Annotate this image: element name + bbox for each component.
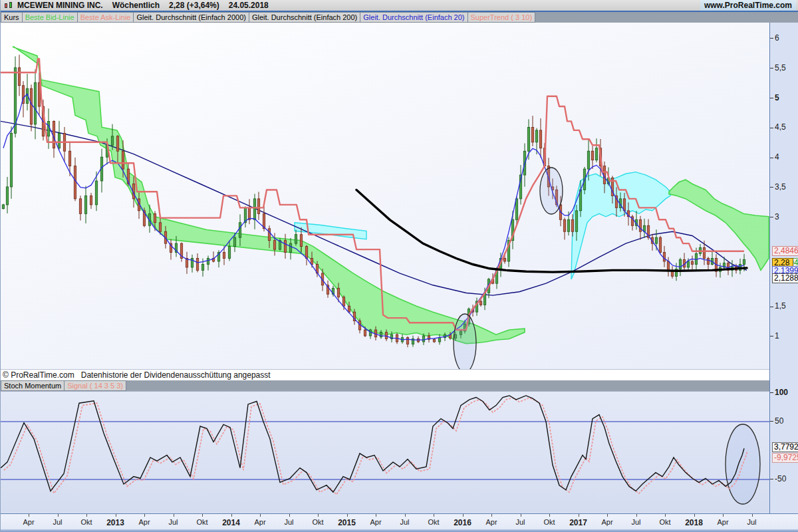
dividend-note: Datenhistorie der Dividendenausschüttung…	[81, 370, 271, 380]
ma200-value-label: 2,1288	[772, 273, 798, 283]
x-label-Jul-5: Jul	[168, 518, 178, 526]
x-tick-10	[318, 514, 319, 517]
x-label-Okt-2: Okt	[80, 518, 92, 526]
annotation-ellipse-1[interactable]	[540, 168, 563, 214]
x-tick-14	[434, 514, 434, 517]
legend-stoch-item-0[interactable]: Stoch Momentum	[1, 380, 65, 391]
x-label-2016-15: 2016	[454, 518, 471, 527]
x-tick-18	[549, 514, 550, 517]
green-cloud-0	[13, 47, 301, 253]
x-label-Apr-8: Apr	[254, 518, 265, 526]
timeframe-label: Wöchentlich	[112, 1, 160, 10]
x-tick-8	[260, 514, 261, 517]
x-tick-1	[58, 514, 59, 517]
supertrend-value-label: 2,4846	[772, 246, 798, 256]
x-tick-11	[347, 514, 348, 517]
x-label-Apr-4: Apr	[138, 518, 150, 526]
window-bottom-edge	[1, 529, 798, 532]
price-tick-5: 5	[770, 93, 779, 102]
stoch-annotation-ellipse[interactable]	[726, 424, 760, 504]
x-label-Jul-25: Jul	[747, 518, 756, 526]
stoch-tick-50: 50	[770, 416, 783, 426]
x-label-Apr-12: Apr	[370, 518, 381, 526]
stoch-value-label: 3,7792	[772, 442, 798, 452]
x-label-Okt-6: Okt	[196, 518, 207, 526]
price-tick-4: 4	[770, 152, 779, 162]
x-tick-5	[174, 514, 174, 517]
candlestick-chart-icon	[4, 1, 13, 10]
legend-main-item-4[interactable]: Gleit. Durchschnitt (Einfach 200)	[249, 12, 360, 23]
annotation-ellipse-0[interactable]	[454, 314, 476, 369]
x-tick-13	[405, 514, 406, 517]
price-tick-4,5: 4,5	[770, 122, 786, 132]
copyright-row: © ProRealTime.com Datenhistorie der Divi…	[1, 369, 769, 380]
x-label-Apr-20: Apr	[601, 518, 612, 526]
x-label-Okt-18: Okt	[543, 518, 555, 526]
last-quote: 2,28 (+3,64%)	[169, 1, 219, 10]
x-label-Apr-16: Apr	[485, 518, 497, 526]
x-tick-21	[636, 514, 637, 517]
x-label-Okt-10: Okt	[312, 518, 323, 526]
x-tick-7	[231, 514, 232, 517]
x-tick-2	[86, 514, 87, 517]
x-label-2013-3: 2013	[106, 518, 124, 527]
x-tick-4	[144, 514, 145, 517]
price-axis[interactable]: 65,554,543,531,5110050-502,48462,28942,2…	[769, 23, 798, 513]
stoch-tick--50: -50	[770, 474, 786, 483]
main-chart-canvas	[1, 23, 769, 369]
time-axis[interactable]: AprJulOkt2013AprJulOkt2014AprJulOkt2015A…	[1, 513, 798, 529]
copyright-source: © ProRealTime.com	[3, 370, 74, 380]
x-label-Jul-13: Jul	[400, 518, 409, 526]
x-label-2014-7: 2014	[222, 518, 240, 527]
x-tick-20	[607, 514, 608, 517]
x-tick-9	[289, 514, 290, 517]
x-label-Apr-0: Apr	[23, 518, 34, 526]
main-chart-plot[interactable]	[1, 23, 769, 369]
signal-value-label: -9,9725	[772, 453, 798, 463]
x-tick-17	[521, 514, 521, 517]
x-tick-12	[376, 514, 376, 517]
x-label-Okt-22: Okt	[659, 518, 670, 526]
x-tick-23	[694, 514, 695, 517]
x-tick-6	[202, 514, 203, 517]
x-tick-3	[116, 514, 116, 517]
stoch-tick-100: 100	[770, 388, 788, 397]
prorealtime-link[interactable]: www.ProRealTime.com	[704, 1, 792, 10]
price-tick-3,5: 3,5	[770, 182, 786, 192]
x-label-Jul-17: Jul	[515, 518, 525, 526]
x-tick-0	[29, 514, 29, 517]
x-tick-19	[579, 514, 579, 517]
x-label-2015-11: 2015	[338, 518, 356, 527]
price-tick-1,5: 1,5	[770, 301, 786, 311]
x-label-Okt-14: Okt	[428, 518, 439, 526]
legend-main-item-1[interactable]: Beste Bid-Linie	[23, 12, 78, 23]
stoch-legend: Stoch MomentumSignal ( 14 3 5 3)	[1, 380, 798, 391]
x-tick-25	[752, 514, 753, 517]
x-tick-22	[665, 514, 666, 517]
stoch-panel-plot[interactable]	[1, 391, 769, 513]
chart-header: MCEWEN MINING INC. Wöchentlich 2,28 (+3,…	[1, 0, 798, 12]
legend-stoch-item-1[interactable]: Signal ( 14 3 5 3)	[65, 380, 126, 391]
price-tick-5,5: 5,5	[770, 63, 786, 72]
price-tick-1: 1	[770, 331, 779, 340]
x-tick-24	[723, 514, 724, 517]
legend-main-item-2[interactable]: Beste Ask-Linie	[78, 12, 134, 23]
legend-main-item-6[interactable]: SuperTrend ( 3 10)	[468, 12, 536, 23]
main-chart-legend: KursBeste Bid-LinieBeste Ask-LinieGleit.…	[1, 12, 798, 23]
stoch-signal-line	[4, 398, 747, 494]
price-tick-6: 6	[770, 33, 779, 43]
green-cloud-1	[301, 241, 525, 344]
legend-main-item-3[interactable]: Gleit. Durchschnitt (Einfach 2000)	[134, 12, 249, 23]
cyan-cloud-1	[571, 172, 670, 279]
quote-date: 24.05.2018	[229, 1, 269, 10]
prorealtime-window: MCEWEN MINING INC. Wöchentlich 2,28 (+3,…	[0, 0, 798, 532]
stoch-canvas	[1, 392, 769, 514]
x-label-Jul-21: Jul	[631, 518, 640, 526]
x-label-Jul-1: Jul	[53, 518, 62, 526]
instrument-name: MCEWEN MINING INC.	[17, 1, 103, 10]
x-tick-15	[463, 514, 464, 517]
legend-main-item-5[interactable]: Gleit. Durchschnitt (Einfach 20)	[360, 12, 467, 23]
x-tick-16	[491, 514, 492, 517]
legend-main-item-0[interactable]: Kurs	[1, 12, 23, 23]
x-label-Jul-9: Jul	[284, 518, 293, 526]
